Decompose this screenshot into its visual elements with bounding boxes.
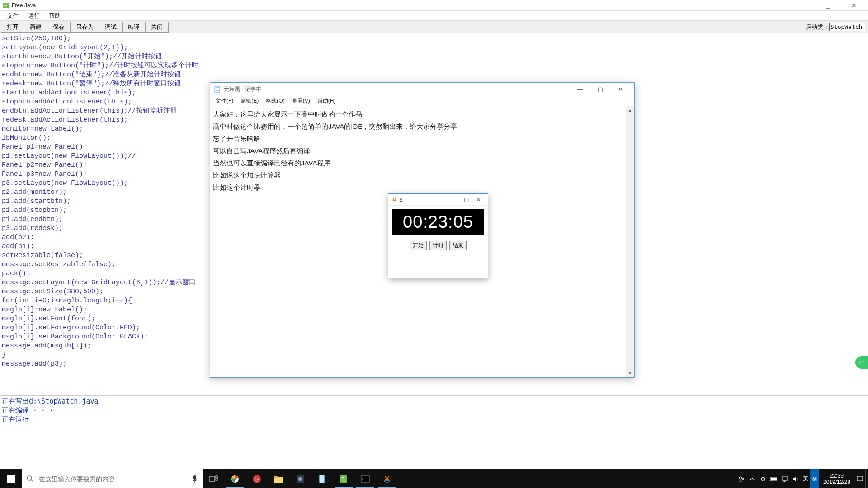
svg-rect-12	[216, 479, 217, 480]
np-menu-view[interactable]: 查看(V)	[288, 96, 314, 106]
ime-mode-indicator[interactable]: M	[810, 469, 819, 488]
tb-open[interactable]: 打开	[1, 22, 24, 33]
scroll-track[interactable]	[626, 114, 634, 369]
taskbar-tasks: ◎ F >_	[203, 469, 398, 488]
svg-rect-22	[320, 475, 324, 483]
freejava-toolbar: 打开 新建 保存 另存为 调试 编译 关闭 启动类：	[0, 21, 868, 33]
taskbar-search[interactable]	[22, 469, 203, 488]
tray-battery-icon[interactable]	[769, 469, 779, 488]
sw-start-button[interactable]: 开始	[410, 241, 427, 250]
tray-people-icon[interactable]	[736, 469, 747, 488]
stopwatch-maximize-button[interactable]: ▢	[460, 197, 472, 203]
notepad-menubar: 文件(F) 编辑(E) 格式(O) 查看(V) 帮助(H)	[210, 96, 634, 106]
svg-text:◎: ◎	[255, 476, 259, 482]
stopwatch-titlebar[interactable]: S. — ▢ ✕	[388, 194, 488, 206]
scroll-down-icon[interactable]: ▼	[626, 369, 634, 377]
tray-sync-icon[interactable]	[758, 469, 769, 488]
svg-rect-33	[782, 477, 788, 480]
notepad-app-icon	[214, 86, 221, 93]
tray-volume-icon[interactable]	[790, 469, 801, 488]
notepad-minimize-button[interactable]: —	[570, 83, 590, 96]
taskview-button[interactable]	[203, 469, 224, 488]
start-button[interactable]	[0, 469, 22, 488]
tray-clock[interactable]: 22:39 2019/12/28	[819, 473, 854, 485]
svg-text:F: F	[4, 3, 7, 8]
stopwatch-minimize-button[interactable]: —	[447, 197, 460, 203]
svg-point-28	[739, 477, 742, 479]
notepad-close-button[interactable]: ✕	[610, 83, 631, 96]
svg-rect-2	[215, 86, 220, 93]
task-explorer[interactable]	[268, 469, 289, 488]
clock-date: 2019/12/28	[821, 479, 853, 485]
tray-network-icon[interactable]	[779, 469, 790, 488]
taskbar: ◎ F >_ 英 M 22:39 2019/12/28	[0, 469, 868, 488]
tb-save[interactable]: 保存	[47, 22, 71, 33]
action-center-icon[interactable]	[854, 469, 865, 488]
notepad-maximize-button[interactable]: ▢	[590, 83, 610, 96]
output-console[interactable]: 正在写出d:\StopWatch.java 正在编译 · · · 正在运行	[0, 395, 868, 469]
show-desktop-button[interactable]	[865, 469, 868, 488]
np-menu-edit[interactable]: 编辑(E)	[237, 96, 262, 106]
task-cmd[interactable]: >_	[354, 469, 376, 488]
notepad-text-content: 大家好，这里给大家展示一下高中时做的一个作品 高中时做这个比赛用的，一个超简单的…	[213, 110, 457, 191]
search-icon	[26, 475, 34, 483]
freejava-maximize-button[interactable]: ▢	[820, 2, 835, 9]
tb-close[interactable]: 关闭	[146, 22, 169, 33]
svg-point-27	[384, 480, 390, 482]
sw-lap-button[interactable]: 计时	[429, 241, 447, 250]
microphone-icon[interactable]	[192, 475, 198, 483]
menu-run[interactable]: 运行	[24, 11, 44, 21]
windows-logo-icon	[7, 475, 15, 483]
floating-badge[interactable]: 47	[855, 356, 868, 369]
freejava-menubar: 文件 运行 帮助	[0, 11, 868, 21]
np-menu-help[interactable]: 帮助(H)	[314, 96, 340, 106]
svg-text:>_: >_	[362, 477, 367, 481]
menu-file[interactable]: 文件	[3, 11, 24, 21]
scroll-up-icon[interactable]: ▲	[626, 106, 634, 114]
tb-debug[interactable]: 调试	[99, 22, 123, 33]
tray-chevron-up-icon[interactable]	[747, 469, 758, 488]
sw-end-button[interactable]: 结束	[449, 241, 467, 250]
stopwatch-time-display: 00:23:05	[392, 209, 484, 235]
freejava-close-button[interactable]: ✕	[846, 2, 862, 9]
freejava-titlebar[interactable]: F Free Java — ▢ ✕	[0, 0, 868, 11]
tb-new[interactable]: 新建	[24, 22, 47, 33]
notepad-scrollbar[interactable]: ▲ ▼	[626, 106, 634, 377]
task-chrome[interactable]	[224, 469, 246, 488]
np-menu-file[interactable]: 文件(F)	[212, 96, 237, 106]
menu-help[interactable]: 帮助	[44, 11, 65, 21]
svg-rect-32	[771, 478, 776, 480]
svg-line-7	[31, 480, 33, 482]
notepad-titlebar[interactable]: 无标题 - 记事本 — ▢ ✕	[210, 83, 634, 96]
stopwatch-title: S.	[399, 197, 404, 202]
system-tray: 英 M 22:39 2019/12/28	[736, 469, 868, 488]
svg-text:F: F	[341, 476, 344, 483]
java-app-icon	[391, 197, 397, 203]
freejava-app-icon: F	[3, 2, 9, 9]
task-app-book[interactable]	[311, 469, 333, 488]
ime-lang-indicator[interactable]: 英	[801, 469, 810, 488]
task-java[interactable]	[376, 469, 398, 488]
svg-rect-36	[857, 476, 863, 481]
task-freejava[interactable]: F	[333, 469, 354, 488]
task-app-dark1[interactable]	[289, 469, 311, 488]
launch-class-section: 启动类：	[806, 23, 868, 31]
svg-point-20	[298, 477, 302, 481]
launch-class-input[interactable]	[829, 23, 865, 31]
svg-rect-17	[274, 477, 283, 483]
search-input[interactable]	[39, 475, 192, 483]
svg-rect-10	[209, 477, 215, 481]
svg-rect-31	[776, 478, 777, 480]
task-app-red[interactable]: ◎	[246, 469, 268, 488]
svg-point-29	[742, 478, 744, 480]
clock-time: 22:39	[821, 473, 853, 479]
svg-rect-8	[193, 475, 196, 480]
svg-point-6	[27, 476, 32, 480]
tb-saveas[interactable]: 另存为	[71, 22, 99, 33]
freejava-minimize-button[interactable]: —	[794, 2, 809, 9]
svg-rect-18	[274, 476, 278, 478]
np-menu-format[interactable]: 格式(O)	[262, 96, 288, 106]
tb-compile[interactable]: 编译	[123, 22, 146, 33]
stopwatch-window[interactable]: S. — ▢ ✕ 00:23:05 开始 计时 结束	[388, 193, 488, 278]
stopwatch-close-button[interactable]: ✕	[472, 197, 485, 203]
